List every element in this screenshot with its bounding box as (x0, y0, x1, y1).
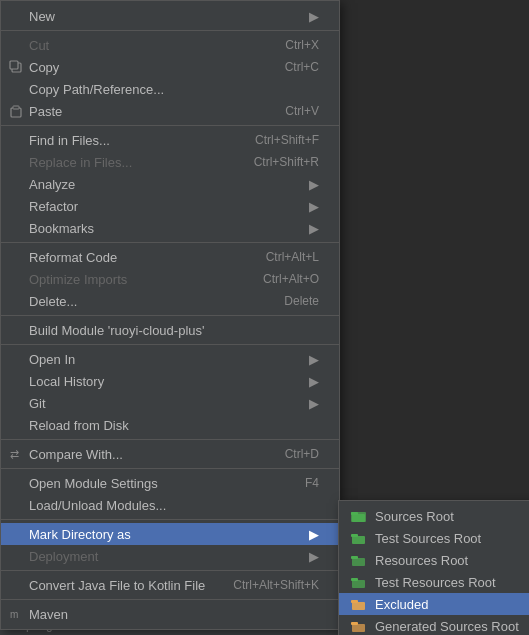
svg-rect-16 (351, 600, 358, 603)
menu-item-deployment[interactable]: Deployment ▶ (1, 545, 339, 567)
context-menu: New ▶ Cut Ctrl+X Copy Ctrl+C Copy Path/R… (0, 0, 340, 630)
submenu-item-excluded-label: Excluded (375, 597, 428, 612)
sources-root-icon (351, 509, 367, 523)
svg-rect-18 (351, 622, 358, 625)
menu-item-replace-in-files-label: Replace in Files... (29, 155, 234, 170)
menu-item-compare-with-label: Compare With... (29, 447, 265, 462)
menu-item-cut-shortcut: Ctrl+X (285, 38, 319, 52)
menu-item-new[interactable]: New ▶ (1, 5, 339, 27)
menu-item-paste[interactable]: Paste Ctrl+V (1, 100, 339, 122)
menu-item-load-unload-modules-label: Load/Unload Modules... (29, 498, 319, 513)
menu-item-open-in-label: Open In (29, 352, 299, 367)
menu-item-paste-label: Paste (29, 104, 265, 119)
svg-rect-12 (351, 556, 358, 559)
menu-item-open-module-settings[interactable]: Open Module Settings F4 (1, 472, 339, 494)
menu-item-copy-path-label: Copy Path/Reference... (29, 82, 319, 97)
menu-item-find-in-files-shortcut: Ctrl+Shift+F (255, 133, 319, 147)
menu-item-mark-directory-as-label: Mark Directory as (29, 527, 299, 542)
svg-text:m: m (10, 609, 18, 620)
menu-item-open-in[interactable]: Open In ▶ (1, 348, 339, 370)
menu-item-analyze-arrow: ▶ (309, 177, 319, 192)
compare-icon: ⇄ (7, 447, 25, 461)
submenu-item-test-resources-root-label: Test Resources Root (375, 575, 496, 590)
menu-item-delete[interactable]: Delete... Delete (1, 290, 339, 312)
menu-item-replace-in-files[interactable]: Replace in Files... Ctrl+Shift+R (1, 151, 339, 173)
mark-directory-as-submenu: Sources Root Test Sources Root Resources… (338, 500, 529, 635)
separator-5 (1, 344, 339, 345)
svg-rect-10 (351, 534, 358, 537)
menu-item-new-arrow: ▶ (309, 9, 319, 24)
menu-item-mark-directory-as[interactable]: Mark Directory as ▶ (1, 523, 339, 545)
menu-item-load-unload-modules[interactable]: Load/Unload Modules... (1, 494, 339, 516)
menu-item-build-module-label: Build Module 'ruoyi-cloud-plus' (29, 323, 319, 338)
maven-icon: m (7, 607, 25, 621)
menu-item-reformat-code-label: Reformat Code (29, 250, 246, 265)
menu-item-new-label: New (29, 9, 299, 24)
submenu-item-test-sources-root[interactable]: Test Sources Root (339, 527, 529, 549)
separator-7 (1, 468, 339, 469)
menu-item-optimize-imports[interactable]: Optimize Imports Ctrl+Alt+O (1, 268, 339, 290)
separator-10 (1, 599, 339, 600)
generated-sources-root-icon (351, 619, 367, 633)
menu-item-local-history-label: Local History (29, 374, 299, 389)
menu-item-bookmarks-label: Bookmarks (29, 221, 299, 236)
submenu-item-test-resources-root[interactable]: Test Resources Root (339, 571, 529, 593)
separator-3 (1, 242, 339, 243)
menu-item-deployment-arrow: ▶ (309, 549, 319, 564)
menu-item-local-history-arrow: ▶ (309, 374, 319, 389)
separator-1 (1, 30, 339, 31)
submenu-item-generated-sources-root-label: Generated Sources Root (375, 619, 519, 634)
submenu-item-generated-sources-root[interactable]: Generated Sources Root (339, 615, 529, 635)
svg-rect-13 (352, 580, 365, 588)
submenu-item-excluded[interactable]: Excluded (339, 593, 529, 615)
menu-item-analyze[interactable]: Analyze ▶ (1, 173, 339, 195)
menu-item-refactor-arrow: ▶ (309, 199, 319, 214)
svg-rect-17 (352, 624, 365, 632)
menu-item-refactor[interactable]: Refactor ▶ (1, 195, 339, 217)
svg-rect-15 (352, 602, 365, 610)
menu-item-git[interactable]: Git ▶ (1, 392, 339, 414)
menu-item-cut-label: Cut (29, 38, 265, 53)
menu-item-convert-java-file[interactable]: Convert Java File to Kotlin File Ctrl+Al… (1, 574, 339, 596)
menu-item-open-in-arrow: ▶ (309, 352, 319, 367)
submenu-item-resources-root-label: Resources Root (375, 553, 468, 568)
menu-item-build-module[interactable]: Build Module 'ruoyi-cloud-plus' (1, 319, 339, 341)
menu-item-replace-in-files-shortcut: Ctrl+Shift+R (254, 155, 319, 169)
menu-item-copy-path[interactable]: Copy Path/Reference... (1, 78, 339, 100)
menu-item-local-history[interactable]: Local History ▶ (1, 370, 339, 392)
resources-root-icon (351, 553, 367, 567)
menu-item-bookmarks-arrow: ▶ (309, 221, 319, 236)
submenu-item-sources-root[interactable]: Sources Root (339, 505, 529, 527)
svg-rect-11 (352, 558, 365, 566)
menu-item-refactor-label: Refactor (29, 199, 299, 214)
svg-rect-1 (10, 61, 18, 69)
separator-6 (1, 439, 339, 440)
menu-item-optimize-imports-label: Optimize Imports (29, 272, 243, 287)
menu-item-git-label: Git (29, 396, 299, 411)
menu-item-delete-label: Delete... (29, 294, 264, 309)
menu-item-delete-shortcut: Delete (284, 294, 319, 308)
menu-item-find-in-files[interactable]: Find in Files... Ctrl+Shift+F (1, 129, 339, 151)
menu-item-compare-with[interactable]: ⇄ Compare With... Ctrl+D (1, 443, 339, 465)
menu-item-cut[interactable]: Cut Ctrl+X (1, 34, 339, 56)
menu-item-bookmarks[interactable]: Bookmarks ▶ (1, 217, 339, 239)
copy-icon (7, 60, 25, 74)
svg-text:⇄: ⇄ (10, 448, 19, 460)
menu-item-paste-shortcut: Ctrl+V (285, 104, 319, 118)
paste-icon (7, 104, 25, 118)
menu-item-open-module-settings-shortcut: F4 (305, 476, 319, 490)
menu-item-maven[interactable]: m Maven (1, 603, 339, 625)
menu-item-reload-from-disk-label: Reload from Disk (29, 418, 319, 433)
menu-item-reformat-code[interactable]: Reformat Code Ctrl+Alt+L (1, 246, 339, 268)
submenu-item-sources-root-label: Sources Root (375, 509, 454, 524)
menu-item-git-arrow: ▶ (309, 396, 319, 411)
menu-item-copy-shortcut: Ctrl+C (285, 60, 319, 74)
menu-item-copy[interactable]: Copy Ctrl+C (1, 56, 339, 78)
submenu-item-resources-root[interactable]: Resources Root (339, 549, 529, 571)
menu-item-convert-java-file-label: Convert Java File to Kotlin File (29, 578, 213, 593)
menu-item-reload-from-disk[interactable]: Reload from Disk (1, 414, 339, 436)
svg-rect-3 (13, 106, 19, 109)
svg-rect-14 (351, 578, 358, 581)
menu-item-compare-with-shortcut: Ctrl+D (285, 447, 319, 461)
test-resources-root-icon (351, 575, 367, 589)
